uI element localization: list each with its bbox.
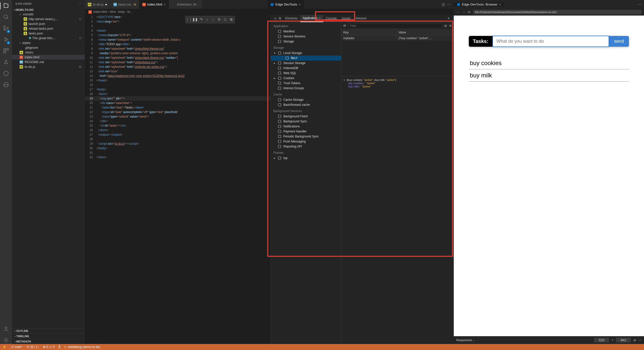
app-sidebar-item[interactable]: Reporting API: [271, 144, 341, 149]
app-sidebar-item[interactable]: Notifications: [271, 124, 341, 129]
editor-tab[interactable]: CSbase.css: [110, 0, 139, 9]
file-item[interactable]: <>index.html: [12, 55, 85, 60]
browser-viewport[interactable]: Tasks: send buy cookiesbuy milk: [454, 16, 644, 336]
dock-icon[interactable]: ⧉: [279, 16, 281, 20]
close-icon[interactable]: ×: [499, 3, 501, 7]
app-sidebar-item[interactable]: ▸Session Storage: [271, 61, 341, 66]
sidebar-section[interactable]: OUTLINE: [12, 328, 85, 333]
app-sidebar-item[interactable]: Periodic Background Sync: [271, 134, 341, 139]
file-item[interactable]: {}reload-tasks.json: [12, 26, 85, 31]
git-sync[interactable]: ⟳ 20↓ 1↑: [27, 345, 39, 349]
app-sidebar-item[interactable]: file://: [271, 56, 341, 61]
back-button[interactable]: ←: [456, 10, 460, 14]
app-sidebar-item[interactable]: Payment Handler: [271, 129, 341, 134]
webhint-icon[interactable]: ᐂ: [58, 345, 60, 349]
devtools-tab[interactable]: Console: [323, 15, 339, 22]
problems[interactable]: ⊗ 0 ⚠ 0: [43, 345, 54, 349]
app-sidebar-item[interactable]: ▾Local Storage: [271, 51, 341, 56]
pause-button[interactable]: ❚❚: [192, 17, 198, 22]
object-preview[interactable]: ▾ {buy cookies: "active", buy milk: "act…: [341, 76, 454, 344]
app-sidebar-item[interactable]: Web SQL: [271, 71, 341, 76]
task-input[interactable]: [492, 36, 609, 47]
activity-scm[interactable]: 4: [3, 25, 9, 32]
file-item[interactable]: {}tasks.json: [12, 31, 85, 36]
more-icon[interactable]: ⋯: [447, 3, 450, 6]
app-sidebar-item[interactable]: Background Sync: [271, 119, 341, 124]
app-sidebar-item[interactable]: Storage: [271, 39, 341, 44]
file-item[interactable]: MDREADME.md: [12, 60, 85, 64]
close-icon[interactable]: ×: [299, 3, 301, 7]
viewport-width[interactable]: [594, 338, 609, 342]
code-editor[interactable]: ⋮⋮ ❚❚ ↷ ↓ ↑ ↻ □ ⧉ 1<!DOCTYPE html>2<html…: [85, 15, 271, 344]
more-icon[interactable]: ⋯: [638, 3, 641, 6]
file-item[interactable]: {}http-server-tasks.j…U: [12, 17, 85, 21]
step-out-button[interactable]: ↑: [210, 17, 216, 22]
devtools-tab[interactable]: Elements: [283, 15, 300, 22]
task-item[interactable]: buy cookies: [469, 57, 629, 69]
editor-tab[interactable]: Extension: M…: [169, 0, 202, 9]
git-branch[interactable]: ⎇ main*: [10, 345, 23, 349]
url-bar[interactable]: file:///Users/chrisheilmann/Documents/Gi…: [473, 10, 641, 14]
storage-row[interactable]: mytasks{"buy cookies":"active",…: [341, 35, 454, 41]
close-icon[interactable]: ✕: [449, 24, 452, 28]
stop-button[interactable]: □: [222, 17, 228, 22]
app-sidebar-item[interactable]: Background Fetch: [271, 114, 341, 119]
close-icon[interactable]: ×: [164, 3, 166, 7]
app-sidebar-item[interactable]: ▸top: [271, 156, 341, 161]
split-editor-icon[interactable]: ◫: [442, 3, 445, 6]
app-sidebar-item[interactable]: Push Messaging: [271, 139, 341, 144]
activity-github[interactable]: [3, 70, 9, 77]
editor-tab[interactable]: <>index.html×: [139, 0, 169, 9]
rotate-icon[interactable]: ⇄: [633, 338, 636, 342]
activity-search[interactable]: [3, 14, 9, 21]
editor-tab[interactable]: JSto-do.js●: [85, 0, 110, 9]
file-item[interactable]: .vscode: [12, 12, 85, 17]
close-icon[interactable]: ×: [319, 16, 321, 20]
devtools-tab[interactable]: Application×: [300, 15, 323, 22]
sidebar-more-icon[interactable]: ⋯: [79, 2, 82, 5]
detach-button[interactable]: ⧉: [228, 17, 234, 22]
add-tab-button[interactable]: +: [445, 16, 452, 21]
remote-button[interactable]: ⚡: [3, 345, 6, 349]
app-sidebar-item[interactable]: IndexedDB: [271, 66, 341, 71]
project-name[interactable]: DEMO-TO-DO: [12, 8, 85, 12]
activity-account[interactable]: [3, 326, 9, 333]
drag-handle-icon[interactable]: ⋮⋮: [186, 17, 192, 22]
file-item[interactable]: JSto-do.jsM: [12, 64, 85, 69]
more-icon[interactable]: ⋯: [638, 338, 641, 342]
file-item[interactable]: {}launch.json: [12, 21, 85, 26]
app-sidebar-item[interactable]: ▸Cookies: [271, 76, 341, 81]
activity-settings[interactable]: [3, 337, 9, 344]
devtools-tab[interactable]: Issues: [339, 15, 353, 22]
refresh-icon[interactable]: ⟳: [343, 24, 346, 28]
breadcrumbs[interactable]: <> index.html › html › body › fo…: [85, 9, 454, 15]
activity-explorer[interactable]: [3, 3, 9, 9]
file-item[interactable]: styles: [12, 40, 85, 45]
step-over-button[interactable]: ↷: [198, 17, 204, 22]
sidebar-section[interactable]: TIMELINE: [12, 333, 85, 339]
task-item[interactable]: buy milk: [469, 69, 629, 82]
devtools-tab[interactable]: Network: [353, 15, 369, 22]
send-button[interactable]: send: [609, 36, 629, 47]
app-sidebar-item[interactable]: Manifest: [271, 29, 341, 34]
restart-button[interactable]: ↻: [216, 17, 222, 22]
app-sidebar-item[interactable]: Cache Storage: [271, 97, 341, 102]
app-sidebar-item[interactable]: Trust Tokens: [271, 81, 341, 86]
file-item[interactable]: .gitignore: [12, 45, 85, 50]
app-sidebar-item[interactable]: Back/forward cache: [271, 102, 341, 107]
reload-button[interactable]: ⟳: [468, 10, 471, 14]
file-item[interactable]: {}.hintrc: [12, 50, 85, 55]
viewport-height[interactable]: [616, 338, 631, 342]
activity-azure[interactable]: [3, 59, 9, 66]
file-item[interactable]: ✱ The great thin…U: [12, 36, 85, 40]
responsive-dropdown[interactable]: Responsive ⌵: [456, 338, 475, 342]
debug-target[interactable]: ▷ webdebug (demo-to-do): [65, 345, 100, 349]
device-toolbar-icon[interactable]: ▭: [274, 16, 277, 20]
browser-tab[interactable]: Edge DevTools: Browser ×: [454, 3, 504, 7]
activity-debug[interactable]: 1: [3, 36, 9, 43]
step-into-button[interactable]: ↓: [204, 17, 210, 22]
filter-input[interactable]: [348, 23, 442, 28]
edge-devtools-tab[interactable]: Edge DevTools ×: [267, 0, 304, 9]
sidebar-section[interactable]: METADATA: [12, 339, 85, 344]
activity-edge[interactable]: [3, 82, 9, 88]
